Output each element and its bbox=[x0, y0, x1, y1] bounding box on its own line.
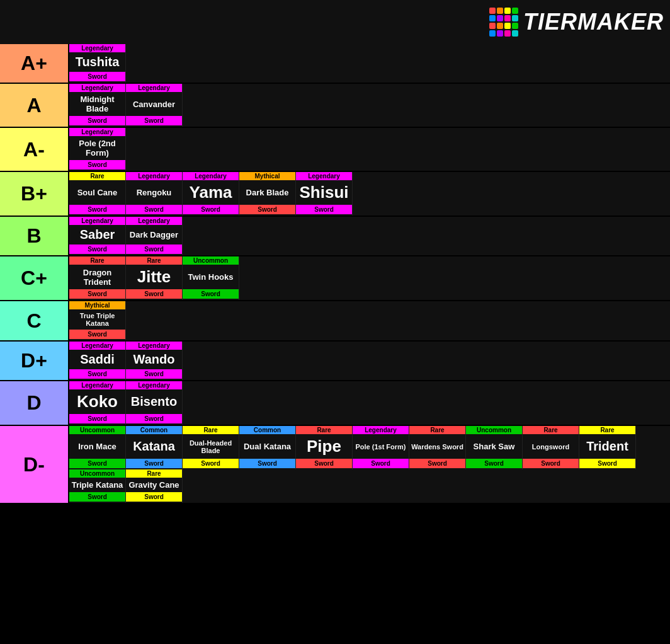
item-type-badge: Sword bbox=[183, 289, 239, 299]
list-item[interactable]: RareGravity CaneSword bbox=[126, 469, 183, 503]
item-rarity-badge: Legendary bbox=[126, 342, 182, 350]
item-type-badge: Sword bbox=[69, 205, 125, 214]
item-type-badge: Sword bbox=[126, 492, 182, 502]
list-item[interactable]: RarePipeSword bbox=[296, 426, 353, 469]
item-type-badge: Sword bbox=[69, 492, 125, 502]
tier-items-cplus: RareDragon TridentSwordRareJitteSwordUnc… bbox=[69, 256, 670, 300]
item-name: Soul Cane bbox=[76, 180, 119, 205]
item-rarity-badge: Rare bbox=[126, 469, 182, 478]
tier-label-a: A bbox=[0, 84, 69, 127]
list-item[interactable]: LegendarySaddiSword bbox=[69, 342, 126, 380]
item-type-badge: Sword bbox=[183, 459, 239, 468]
list-item[interactable]: LegendaryDark DaggerSword bbox=[126, 217, 183, 255]
list-item[interactable]: LegendaryPole (1st Form)Sword bbox=[353, 426, 409, 469]
tier-row-aplus: A+LegendaryTushitaSword bbox=[0, 44, 670, 84]
item-name: Trident bbox=[585, 434, 630, 459]
item-name: Dual Katana bbox=[242, 434, 292, 459]
tiermaker-logo: TiERMAKER bbox=[489, 8, 664, 37]
logo-grid bbox=[489, 8, 518, 37]
list-item[interactable]: MythicalDark BladeSword bbox=[239, 172, 296, 216]
list-item[interactable]: LegendaryKokoSword bbox=[69, 381, 126, 425]
list-item[interactable]: MythicalTrue Triple KatanaSword bbox=[69, 301, 126, 340]
item-type-badge: Sword bbox=[466, 459, 522, 468]
tier-items-aplus: LegendaryTushitaSword bbox=[69, 44, 670, 83]
item-name: Wando bbox=[132, 350, 176, 369]
list-item[interactable]: LegendaryWandoSword bbox=[126, 342, 183, 380]
item-rarity-badge: Common bbox=[239, 426, 295, 434]
list-item[interactable]: UncommonTwin HooksSword bbox=[183, 256, 239, 300]
item-name: Midnight Blade bbox=[69, 92, 125, 116]
item-type-badge: Sword bbox=[69, 369, 125, 379]
item-rarity-badge: Rare bbox=[579, 426, 635, 434]
item-type-badge: Sword bbox=[126, 244, 182, 254]
item-rarity-badge: Rare bbox=[409, 426, 465, 434]
tier-label-bplus: B+ bbox=[0, 172, 69, 216]
item-type-badge: Sword bbox=[296, 205, 352, 214]
item-name: Pole (1st Form) bbox=[354, 434, 407, 459]
item-type-badge: Sword bbox=[239, 459, 295, 468]
item-type-badge: Sword bbox=[69, 160, 125, 170]
item-rarity-badge: Common bbox=[126, 426, 182, 434]
header: TiERMAKER bbox=[0, 0, 670, 44]
list-item[interactable]: RareJitteSword bbox=[126, 256, 183, 300]
item-name: Wardens Sword bbox=[410, 434, 465, 459]
item-rarity-badge: Uncommon bbox=[69, 426, 125, 434]
item-name: Gravity Cane bbox=[127, 478, 180, 492]
item-rarity-badge: Mythical bbox=[69, 301, 125, 309]
list-item[interactable]: LegendaryBisentoSword bbox=[126, 381, 183, 425]
item-type-badge: Sword bbox=[69, 289, 125, 299]
item-rarity-badge: Legendary bbox=[126, 381, 182, 389]
list-item[interactable]: LegendaryTushitaSword bbox=[69, 44, 126, 83]
item-rarity-badge: Rare bbox=[523, 426, 579, 434]
item-name: Rengoku bbox=[135, 180, 173, 205]
item-type-badge: Sword bbox=[523, 459, 579, 468]
tier-row-b: BLegendarySaberSwordLegendaryDark Dagger… bbox=[0, 217, 670, 256]
list-item[interactable]: UncommonIron MaceSword bbox=[69, 426, 126, 469]
item-rarity-badge: Legendary bbox=[126, 172, 182, 180]
list-item[interactable]: LegendarySaberSword bbox=[69, 217, 126, 255]
list-item[interactable]: CommonKatanaSword bbox=[126, 426, 183, 469]
item-name: Dragon Trident bbox=[69, 265, 125, 289]
list-item[interactable]: UncommonTriple KatanaSword bbox=[69, 469, 126, 503]
item-rarity-badge: Rare bbox=[296, 426, 352, 434]
logo-text: TiERMAKER bbox=[523, 9, 664, 35]
list-item[interactable]: LegendaryRengokuSword bbox=[126, 172, 183, 216]
item-rarity-badge: Rare bbox=[69, 256, 125, 265]
item-type-badge: Sword bbox=[126, 414, 182, 423]
list-item[interactable]: CommonDual KatanaSword bbox=[239, 426, 296, 469]
list-item[interactable]: UncommonShark SawSword bbox=[466, 426, 523, 469]
tier-items-dplus: LegendarySaddiSwordLegendaryWandoSword bbox=[69, 342, 670, 380]
item-type-badge: Sword bbox=[126, 205, 182, 214]
list-item[interactable]: RareSoul CaneSword bbox=[69, 172, 126, 216]
item-rarity-badge: Legendary bbox=[126, 84, 182, 92]
list-item[interactable]: RareTridentSword bbox=[579, 426, 636, 469]
item-type-badge: Sword bbox=[126, 459, 182, 468]
list-item[interactable]: LegendaryMidnight BladeSword bbox=[69, 84, 126, 127]
tier-items-a: LegendaryMidnight BladeSwordLegendaryCan… bbox=[69, 84, 670, 127]
tier-label-aplus: A+ bbox=[0, 44, 69, 83]
item-type-badge: Sword bbox=[579, 459, 635, 468]
tier-row-dminus: D-UncommonIron MaceSwordCommonKatanaSwor… bbox=[0, 426, 670, 504]
list-item[interactable]: LegendaryYamaSword bbox=[183, 172, 239, 216]
tier-row-c: CMythicalTrue Triple KatanaSword bbox=[0, 301, 670, 342]
list-item[interactable]: RareDual-Headed BladeSword bbox=[183, 426, 239, 469]
item-type-badge: Sword bbox=[69, 116, 125, 125]
item-name: Dark Dagger bbox=[128, 225, 179, 244]
tier-items-aminus: LegendaryPole (2nd Form)Sword bbox=[69, 128, 670, 171]
tier-label-aminus: A- bbox=[0, 128, 69, 171]
list-item[interactable]: RareDragon TridentSword bbox=[69, 256, 126, 300]
list-item[interactable]: RareWardens SwordSword bbox=[409, 426, 466, 469]
list-item[interactable]: RareLongswordSword bbox=[523, 426, 579, 469]
item-name: Saddi bbox=[79, 350, 115, 369]
item-name: Triple Katana bbox=[71, 478, 125, 492]
list-item[interactable]: LegendaryPole (2nd Form)Sword bbox=[69, 128, 126, 171]
tier-label-d: D bbox=[0, 381, 69, 425]
item-rarity-badge: Legendary bbox=[126, 217, 182, 225]
list-item[interactable]: LegendaryCanvanderSword bbox=[126, 84, 183, 127]
list-item[interactable]: LegendaryShisuiSword bbox=[296, 172, 353, 216]
tier-label-dplus: D+ bbox=[0, 342, 69, 380]
tier-label-b: B bbox=[0, 217, 69, 255]
item-rarity-badge: Rare bbox=[69, 172, 125, 180]
item-name: Jitte bbox=[136, 265, 172, 289]
tier-items-c: MythicalTrue Triple KatanaSword bbox=[69, 301, 670, 340]
